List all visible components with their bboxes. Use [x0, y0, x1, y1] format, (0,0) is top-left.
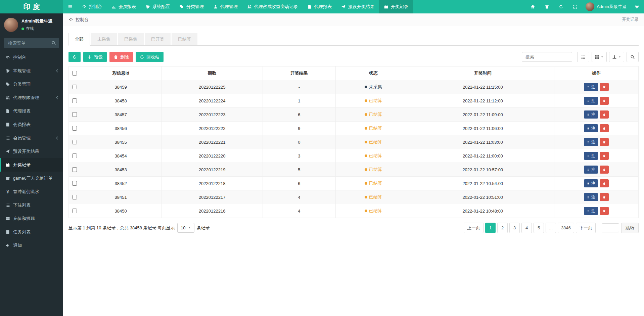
row-checkbox[interactable] — [72, 167, 77, 172]
delete-row-button[interactable] — [600, 193, 609, 201]
note-button[interactable]: 注 — [584, 124, 598, 132]
tab-3[interactable]: 已采集 — [118, 33, 144, 45]
page-button-5[interactable]: 5 — [534, 223, 544, 233]
settings-button[interactable] — [630, 0, 644, 13]
page-button-4[interactable]: 4 — [521, 223, 532, 233]
sidebar-item-11[interactable]: ¥首冲返佣流水 — [0, 185, 63, 198]
sidebar-item-6[interactable]: 会员报表 — [0, 118, 63, 131]
page-button-3846[interactable]: 3846 — [558, 223, 574, 233]
users-icon — [5, 95, 10, 100]
topnav-item-2[interactable]: 会员报表 — [107, 0, 141, 13]
cell-period: 20220122221 — [162, 135, 263, 149]
delete-row-button[interactable] — [600, 124, 609, 132]
sidebar-item-8[interactable]: 预设开奖结果 — [0, 145, 63, 158]
topnav-item-9[interactable]: 开奖记录 — [379, 0, 413, 13]
row-checkbox[interactable] — [72, 140, 77, 144]
sidebar-item-2[interactable]: 常规管理 — [0, 64, 63, 78]
note-button[interactable]: 注 — [584, 152, 598, 160]
sidebar-item-3[interactable]: 分类管理 — [0, 78, 63, 91]
sidebar-item-13[interactable]: 充值和提现 — [0, 212, 63, 225]
sidebar-item-10[interactable]: game6三方充值订单 — [0, 172, 63, 185]
export-dropdown-button[interactable] — [609, 52, 624, 62]
delete-row-button[interactable] — [600, 110, 609, 119]
note-button[interactable]: 注 — [584, 138, 598, 146]
sidebar-item-label: 首冲返佣流水 — [13, 189, 39, 195]
cell-time: 2022-01-22 11:15:00 — [411, 80, 554, 94]
preset-button[interactable]: 预设 — [83, 52, 107, 62]
tab-5[interactable]: 已结算 — [172, 33, 197, 45]
select-all-checkbox[interactable] — [72, 71, 77, 76]
note-button[interactable]: 注 — [584, 193, 598, 201]
chevron-left-icon — [54, 136, 59, 140]
delete-row-button[interactable] — [600, 138, 609, 146]
cell-result: 6 — [263, 177, 335, 190]
delete-row-button[interactable] — [600, 83, 609, 91]
note-button[interactable]: 注 — [584, 207, 598, 215]
jump-page-input[interactable] — [602, 223, 619, 232]
topnav-item-8[interactable]: 预设开奖结果 — [336, 0, 379, 13]
page-button-2[interactable]: 2 — [497, 223, 508, 233]
sidebar-item-15[interactable]: 通知 — [0, 239, 63, 252]
delete-row-button[interactable] — [600, 179, 609, 187]
next-page-button[interactable]: 下一页 — [576, 223, 596, 233]
ellipsis-page-button[interactable]: ... — [546, 223, 556, 233]
delete-row-button[interactable] — [600, 207, 609, 215]
tab-2[interactable]: 未采集 — [91, 33, 117, 45]
refresh-cache-button[interactable] — [554, 0, 568, 13]
cell-status: 已结算 — [335, 149, 411, 163]
topbar-user-menu[interactable]: Admin我最牛逼 — [582, 0, 630, 13]
row-checkbox[interactable] — [72, 112, 77, 117]
pagination-toggle-button[interactable] — [577, 52, 589, 62]
topnav-item-6[interactable]: 代理占成收益变动记录 — [242, 0, 303, 13]
topnav-item-7[interactable]: 代理报表 — [303, 0, 336, 13]
delete-row-button[interactable] — [600, 166, 609, 174]
topnav-item-3[interactable]: 系统配置 — [141, 0, 175, 13]
row-checkbox[interactable] — [72, 85, 77, 89]
page-button-1[interactable]: 1 — [485, 223, 496, 233]
menu-toggle-button[interactable] — [63, 0, 77, 13]
search-button[interactable] — [627, 52, 639, 62]
row-checkbox[interactable] — [72, 181, 77, 186]
jump-button[interactable]: 跳转 — [621, 223, 639, 233]
page-size-select[interactable]: 10 — [177, 223, 194, 233]
recycle-bin-button[interactable]: 回收站 — [136, 52, 164, 62]
home-button[interactable] — [526, 0, 540, 13]
note-button[interactable]: 注 — [584, 166, 598, 174]
cell-time: 2022-01-22 10:54:00 — [411, 177, 554, 190]
topnav-item-1[interactable]: 控制台 — [77, 0, 107, 13]
sidebar-item-5[interactable]: 代理报表 — [0, 104, 63, 118]
refresh-button[interactable] — [68, 52, 81, 62]
row-checkbox[interactable] — [72, 195, 77, 199]
note-button[interactable]: 注 — [584, 110, 598, 119]
sidebar-item-label: 代理权限管理 — [13, 95, 39, 101]
row-checkbox[interactable] — [72, 98, 77, 103]
note-button[interactable]: 注 — [584, 97, 598, 105]
tab-1[interactable]: 全部 — [68, 33, 90, 46]
sidebar-item-14[interactable]: 任务列表 — [0, 225, 63, 239]
prev-page-button[interactable]: 上一页 — [464, 223, 484, 233]
page-button-3[interactable]: 3 — [509, 223, 520, 233]
delete-button[interactable]: 删除 — [109, 52, 133, 62]
sidebar-item-9[interactable]: 开奖记录 — [0, 158, 63, 172]
delete-row-button[interactable] — [600, 152, 609, 160]
row-checkbox[interactable] — [72, 126, 77, 131]
topnav-item-5[interactable]: 代理管理 — [209, 0, 242, 13]
topnav-item-4[interactable]: 分类管理 — [175, 0, 209, 13]
sidebar-item-label: 任务列表 — [13, 229, 31, 235]
note-button[interactable]: 注 — [584, 83, 598, 91]
fullscreen-button[interactable] — [568, 0, 582, 13]
note-button[interactable]: 注 — [584, 179, 598, 187]
sidebar-item-1[interactable]: 控制台 — [0, 51, 63, 64]
sidebar-item-7[interactable]: 会员管理 — [0, 131, 63, 145]
clear-trash-button[interactable] — [540, 0, 554, 13]
table-search-input[interactable] — [522, 52, 572, 62]
columns-dropdown-button[interactable] — [592, 52, 607, 62]
row-checkbox[interactable] — [72, 153, 77, 158]
sidebar-item-label: 充值和提现 — [13, 216, 35, 222]
row-checkbox[interactable] — [72, 209, 77, 213]
delete-row-button[interactable] — [600, 97, 609, 105]
sidebar-search-input[interactable] — [4, 38, 59, 48]
sidebar-item-12[interactable]: 下注列表 — [0, 198, 63, 212]
sidebar-item-4[interactable]: 代理权限管理 — [0, 91, 63, 104]
tab-4[interactable]: 已开奖 — [145, 33, 171, 45]
